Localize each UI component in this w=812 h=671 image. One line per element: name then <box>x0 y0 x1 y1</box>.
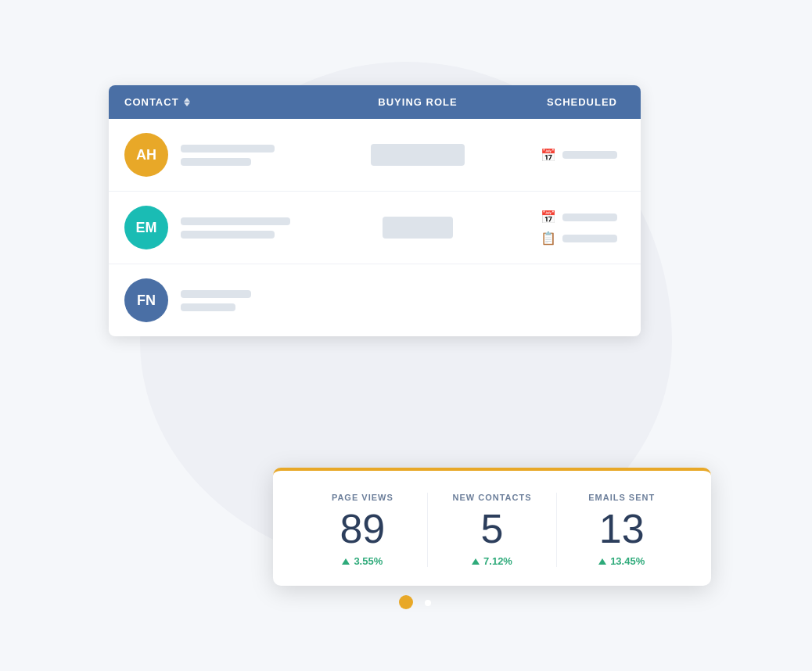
trend-up-icon <box>598 558 606 565</box>
contact-info-fn <box>181 290 251 311</box>
skeleton-date <box>562 214 617 221</box>
cell-contact-ah: AH <box>124 133 343 177</box>
avatar-ah: AH <box>124 133 168 177</box>
skeleton-task <box>562 235 617 242</box>
stat-page-views: PAGE VIEWS 89 3.55% <box>298 493 428 567</box>
avatar-em: EM <box>124 206 168 249</box>
contact-info-ah <box>181 145 275 166</box>
dot-amber <box>399 595 413 609</box>
dot-white <box>425 600 431 606</box>
stat-emails-sent: EMAILS SENT 13 13.45% <box>557 493 686 567</box>
skeleton-detail <box>181 231 275 239</box>
scheduled-item: 📅 <box>541 148 617 163</box>
cell-buying-role-em <box>343 217 492 239</box>
calendar-icon: 📅 <box>541 148 556 163</box>
stat-change-new-contacts: 7.12% <box>472 555 512 567</box>
col-header-buying-role: BUYING ROLE <box>343 96 492 108</box>
skeleton-detail <box>181 158 251 166</box>
table-card: CONTACT BUYING ROLE SCHEDULED AH <box>109 85 641 336</box>
stat-value-emails-sent: 13 <box>599 508 645 549</box>
skeleton-badge <box>371 144 465 166</box>
stat-label-page-views: PAGE VIEWS <box>332 493 393 502</box>
sort-desc-icon <box>184 102 190 106</box>
col-header-scheduled: SCHEDULED <box>492 96 625 108</box>
col-header-contact[interactable]: CONTACT <box>124 96 343 108</box>
table-row[interactable]: EM 📅 📋 <box>109 192 641 264</box>
trend-up-icon <box>342 558 350 565</box>
skeleton-detail <box>181 303 235 311</box>
cell-scheduled-em: 📅 📋 <box>492 210 625 246</box>
skeleton-badge <box>383 217 453 239</box>
stat-value-page-views: 89 <box>340 508 385 549</box>
stat-label-new-contacts: NEW CONTACTS <box>453 493 532 502</box>
scheduled-item-2: 📋 <box>541 231 617 246</box>
skeleton-name <box>181 145 275 152</box>
skeleton-name <box>181 290 251 298</box>
stats-card: PAGE VIEWS 89 3.55% NEW CONTACTS 5 7.12%… <box>273 468 711 586</box>
cell-scheduled-ah: 📅 <box>492 148 625 163</box>
trend-up-icon <box>472 558 480 565</box>
scheduled-item-1: 📅 <box>541 210 617 224</box>
cell-buying-role-ah <box>343 144 492 166</box>
stat-change-page-views: 3.55% <box>342 555 383 567</box>
task-icon: 📋 <box>541 231 556 246</box>
scene: CONTACT BUYING ROLE SCHEDULED AH <box>85 38 727 633</box>
cell-contact-fn: FN <box>124 278 343 322</box>
avatar-fn: FN <box>124 278 168 322</box>
calendar-icon: 📅 <box>541 210 556 224</box>
stat-label-emails-sent: EMAILS SENT <box>588 493 655 502</box>
table-header: CONTACT BUYING ROLE SCHEDULED <box>109 85 641 119</box>
stat-value-new-contacts: 5 <box>481 508 504 549</box>
skeleton-name <box>181 217 290 225</box>
stat-new-contacts: NEW CONTACTS 5 7.12% <box>428 493 558 567</box>
table-row[interactable]: FN <box>109 264 641 336</box>
sort-arrows-icon[interactable] <box>184 98 190 106</box>
cell-contact-em: EM <box>124 206 343 249</box>
table-row[interactable]: AH 📅 <box>109 119 641 192</box>
skeleton-date <box>562 151 617 159</box>
contact-info-em <box>181 217 290 239</box>
sort-asc-icon <box>184 98 190 102</box>
stat-change-emails-sent: 13.45% <box>598 555 645 567</box>
